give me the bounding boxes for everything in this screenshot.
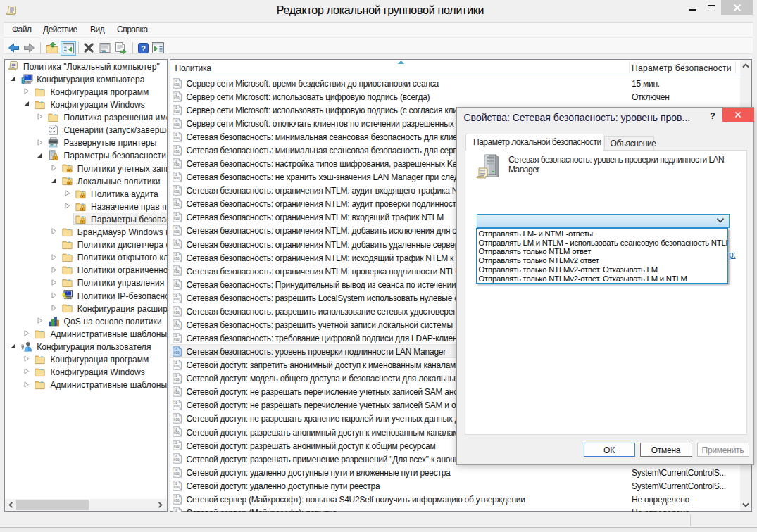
svg-text:10: 10: [174, 481, 178, 485]
svg-text:010: 010: [174, 150, 180, 153]
svg-text:10: 10: [174, 227, 178, 230]
svg-text:010: 010: [174, 459, 180, 462]
svg-text:010: 010: [174, 405, 180, 408]
svg-text:010: 010: [174, 244, 180, 248]
svg-text:10: 10: [174, 79, 178, 82]
svg-text:010: 010: [174, 230, 180, 234]
svg-text:10: 10: [174, 294, 178, 298]
svg-text:10: 10: [174, 106, 178, 110]
svg-text:010: 010: [174, 432, 180, 436]
svg-text:10: 10: [174, 495, 178, 499]
svg-text:10: 10: [174, 240, 178, 243]
svg-text:10: 10: [174, 308, 178, 311]
svg-text:?: ?: [141, 44, 146, 52]
svg-text:10: 10: [174, 441, 178, 445]
svg-text:010: 010: [174, 217, 180, 220]
svg-text:10: 10: [174, 160, 178, 163]
svg-text:010: 010: [174, 298, 180, 301]
svg-text:10: 10: [174, 146, 178, 150]
svg-text:010: 010: [174, 83, 180, 87]
svg-text:010: 010: [174, 391, 180, 395]
svg-text:010: 010: [174, 338, 180, 341]
svg-text:010: 010: [174, 445, 180, 449]
svg-text:010: 010: [174, 324, 180, 328]
svg-text:10: 10: [174, 388, 178, 391]
svg-text:010: 010: [174, 311, 180, 315]
svg-text:010: 010: [174, 203, 180, 207]
svg-text:010: 010: [174, 351, 180, 355]
svg-text:10: 10: [174, 455, 178, 458]
svg-text:10: 10: [174, 348, 178, 351]
svg-text:10: 10: [174, 428, 178, 431]
svg-text:10: 10: [174, 401, 178, 405]
svg-text:010: 010: [174, 271, 180, 274]
svg-text:010: 010: [174, 472, 180, 476]
svg-text:10: 10: [174, 267, 178, 270]
svg-text:10: 10: [174, 468, 178, 471]
svg-text:10: 10: [174, 321, 178, 324]
svg-text:10: 10: [174, 173, 178, 177]
svg-text:010: 010: [174, 486, 180, 489]
svg-text:10: 10: [174, 280, 178, 284]
svg-text:010: 010: [174, 123, 180, 127]
svg-text:10: 10: [174, 120, 178, 123]
svg-text:10: 10: [174, 253, 178, 257]
svg-text:010: 010: [174, 96, 180, 100]
svg-text:10: 10: [174, 133, 178, 137]
svg-text:010: 010: [174, 258, 180, 261]
svg-text:10: 10: [174, 213, 178, 217]
svg-text:010: 010: [174, 378, 180, 381]
svg-text:010: 010: [174, 365, 180, 368]
svg-text:010: 010: [174, 137, 180, 140]
svg-text:010: 010: [174, 499, 180, 502]
svg-text:10: 10: [174, 186, 178, 190]
svg-text:010: 010: [174, 177, 180, 180]
svg-text:10: 10: [174, 374, 178, 378]
svg-text:010: 010: [174, 110, 180, 113]
svg-text:10: 10: [174, 509, 178, 512]
svg-text:10: 10: [174, 334, 178, 338]
svg-text:10: 10: [174, 414, 178, 418]
svg-text:10: 10: [174, 200, 178, 203]
svg-text:10: 10: [174, 92, 178, 96]
svg-text:10: 10: [174, 361, 178, 365]
svg-text:010: 010: [174, 418, 180, 422]
svg-text:010: 010: [174, 163, 180, 167]
svg-text:010: 010: [174, 284, 180, 288]
svg-text:010: 010: [174, 190, 180, 194]
